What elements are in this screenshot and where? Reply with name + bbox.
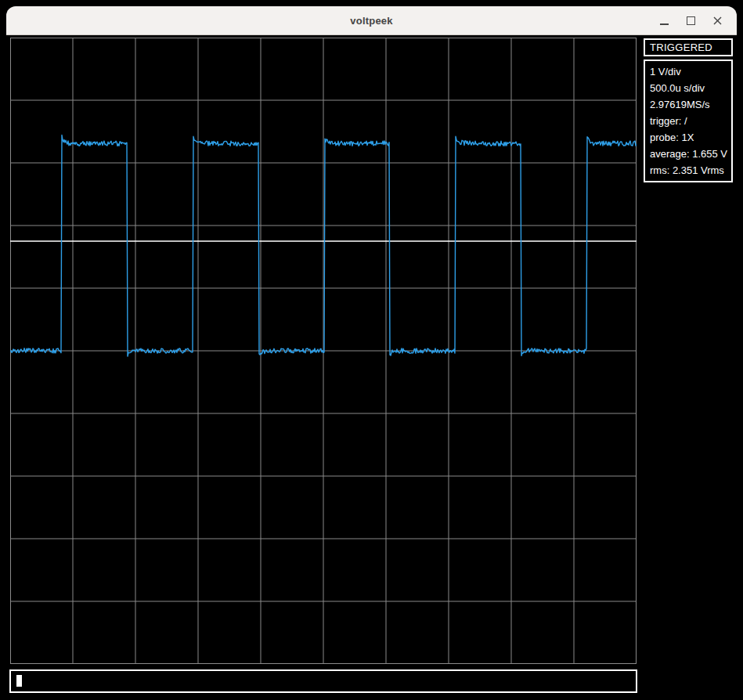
trigger-status-label: TRIGGERED [650, 41, 712, 53]
readout-trigger-type: trigger: / [650, 113, 730, 129]
readout-volts-per-div: 1 V/div [650, 63, 730, 80]
minimize-button[interactable] [655, 12, 673, 29]
maximize-button[interactable] [682, 12, 699, 29]
desktop-background: voltpeek TRIGGERED [0, 0, 743, 700]
readout-sample-rate: 2.97619MS/s [650, 96, 730, 113]
acquisition-panel: TRIGGERED 1 V/div 500.0u s/div 2.97619MS… [644, 38, 733, 182]
command-input[interactable] [9, 669, 637, 693]
close-button[interactable] [709, 12, 726, 29]
text-cursor [16, 675, 22, 687]
readout-probe: probe: 1X [650, 129, 730, 146]
minimize-icon [660, 23, 669, 25]
close-icon [712, 16, 723, 26]
oscilloscope-display [10, 38, 637, 664]
window-controls [655, 6, 726, 34]
readout-panel: 1 V/div 500.0u s/div 2.97619MS/s trigger… [644, 60, 733, 182]
readout-rms: rms: 2.351 Vrms [650, 162, 730, 179]
window-title: voltpeek [350, 15, 392, 27]
readout-average: average: 1.655 V [650, 146, 730, 162]
maximize-icon [687, 16, 695, 25]
titlebar[interactable]: voltpeek [6, 6, 737, 35]
trigger-status-badge: TRIGGERED [644, 38, 733, 56]
readout-time-per-div: 500.0u s/div [650, 80, 730, 96]
